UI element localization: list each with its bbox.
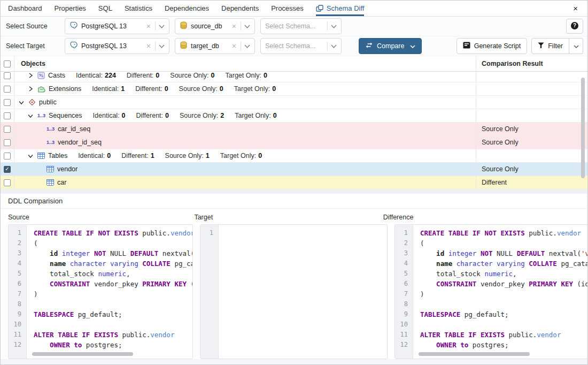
tab-schema-diff[interactable]: Schema Diff: [316, 1, 365, 16]
table-row[interactable]: 1..3SequencesIdentical:0Different:0Sourc…: [1, 109, 587, 123]
tab-label: Dependents: [221, 4, 259, 12]
chevron-down-icon[interactable]: [410, 42, 415, 50]
target-schema-select[interactable]: Select Schema...: [260, 38, 342, 54]
table-row[interactable]: 1..3vendor_id_seqSource Only: [1, 136, 587, 149]
ddl-panels: 123456789101112CREATE TABLE IF NOT EXIST…: [1, 224, 587, 359]
tab-bar: DashboardPropertiesSQLStatisticsDependen…: [1, 1, 587, 17]
clear-icon[interactable]: ×: [145, 42, 152, 50]
chevron-down-icon[interactable]: [27, 113, 34, 118]
source-server-value: PostgreSQL 13: [81, 22, 127, 30]
select-source-label: Select Source: [5, 22, 65, 30]
tab-statistics[interactable]: Statistics: [125, 1, 152, 16]
table-row[interactable]: ExtensionsIdentical:1Different:0Source O…: [1, 82, 587, 96]
comparison-result-column-header: Comparison Result: [476, 56, 578, 71]
row-label: Sequences: [49, 112, 82, 119]
tab-label: SQL: [98, 4, 112, 12]
svg-text:?: ?: [573, 22, 576, 28]
tab-label: Statistics: [125, 4, 152, 12]
clear-icon[interactable]: ×: [231, 42, 237, 50]
schema-diff-window: DashboardPropertiesSQLStatisticsDependen…: [0, 0, 588, 365]
tab-sql[interactable]: SQL: [98, 1, 112, 16]
tab-label: Dependencies: [165, 4, 209, 12]
table-row[interactable]: TablesIdentical:0Different:1Source Only:…: [1, 149, 587, 163]
comparison-result-cell: [476, 96, 578, 109]
row-checkbox[interactable]: [4, 126, 11, 133]
row-checkbox[interactable]: [4, 179, 11, 186]
sequence-icon: 1..3: [47, 126, 55, 132]
compare-button[interactable]: Compare: [359, 38, 422, 54]
chevron-right-icon[interactable]: [27, 86, 34, 92]
target-database-value: target_db: [191, 42, 219, 50]
row-checkbox[interactable]: [4, 86, 11, 93]
row-checkbox[interactable]: ✓: [4, 166, 11, 173]
chevron-right-icon[interactable]: [27, 73, 34, 78]
target-server-value: PostgreSQL 13: [81, 42, 127, 50]
ddl-comparison-title: DDL Comparision: [1, 194, 587, 209]
ddl-target-editor[interactable]: 1: [200, 224, 388, 359]
target-database-select[interactable]: target_db ×: [175, 38, 255, 54]
target-schema-placeholder: Select Schema...: [265, 42, 316, 50]
count-source-only: Source Only:0: [170, 72, 214, 79]
select-all-checkbox[interactable]: [4, 60, 11, 67]
clear-icon[interactable]: ×: [231, 22, 237, 30]
compare-icon: [365, 42, 373, 50]
table-row[interactable]: public: [1, 96, 587, 109]
count-target-only: Target Only:0: [234, 85, 276, 93]
chevron-down-icon[interactable]: [244, 44, 250, 48]
help-button[interactable]: ?: [566, 19, 583, 34]
generate-script-button[interactable]: Generate Script: [457, 38, 528, 54]
ddl-source-header: Source: [8, 214, 187, 221]
row-label: Extensions: [49, 85, 81, 93]
chevron-down-icon[interactable]: [244, 25, 250, 28]
database-icon: [180, 41, 188, 51]
row-label: car: [57, 179, 66, 186]
table-row[interactable]: carDifferent: [1, 176, 587, 189]
count-source-only: Source Only:2: [180, 112, 224, 119]
sql-code: [219, 225, 387, 359]
ddl-target-header: Target: [194, 214, 376, 221]
ddl-difference-header: Difference: [383, 214, 580, 221]
source-database-select[interactable]: source_db ×: [175, 18, 255, 34]
chevron-down-icon[interactable]: [331, 44, 337, 48]
row-checkbox[interactable]: [4, 139, 11, 146]
generate-script-icon: [463, 42, 470, 50]
ddl-source-editor[interactable]: 123456789101112CREATE TABLE IF NOT EXIST…: [8, 224, 193, 359]
tab-dashboard[interactable]: Dashboard: [8, 1, 42, 16]
horizontal-scrollbar[interactable]: [32, 352, 133, 356]
filter-button[interactable]: Filter: [531, 38, 569, 54]
vertical-scrollbar[interactable]: [581, 78, 585, 178]
row-checkbox[interactable]: [4, 72, 11, 79]
source-server-select[interactable]: PostgreSQL 13 ×: [65, 18, 169, 34]
tab-dependents[interactable]: Dependents: [221, 1, 259, 16]
row-checkbox[interactable]: [4, 99, 11, 106]
casts-icon: [37, 72, 45, 79]
chevron-down-icon[interactable]: [27, 154, 34, 158]
filter-dropdown-button[interactable]: [569, 38, 583, 54]
filter-icon: [538, 42, 544, 50]
row-label: vendor: [57, 165, 78, 173]
tab-processes[interactable]: Processes: [271, 1, 304, 16]
source-schema-select[interactable]: Select Schema...: [260, 18, 342, 34]
table-row[interactable]: CastsIdentical:224Different:0Source Only…: [1, 72, 587, 82]
objects-table-body: CastsIdentical:224Different:0Source Only…: [1, 72, 587, 189]
schema-icon: [28, 98, 36, 106]
chevron-down-icon[interactable]: [18, 100, 25, 105]
clear-icon[interactable]: ×: [145, 22, 152, 30]
table-row[interactable]: ✓vendorSource Only: [1, 163, 587, 176]
table-row[interactable]: 1..3car_id_seqSource Only: [1, 123, 587, 136]
target-server-select[interactable]: PostgreSQL 13 ×: [65, 38, 169, 54]
select-target-label: Select Target: [5, 42, 65, 50]
row-checkbox[interactable]: [4, 112, 11, 119]
tab-dependencies[interactable]: Dependencies: [165, 1, 209, 16]
sequence-icon: 1..3: [37, 113, 45, 118]
ddl-difference-editor[interactable]: 123456789101112CREATE TABLE IF NOT EXIST…: [394, 224, 588, 359]
row-checkbox[interactable]: [4, 153, 11, 159]
comparison-result-cell: Source Only: [476, 136, 578, 149]
chevron-down-icon[interactable]: [159, 25, 165, 28]
chevron-down-icon[interactable]: [159, 44, 165, 48]
chevron-down-icon[interactable]: [331, 25, 337, 28]
tab-properties[interactable]: Properties: [55, 1, 86, 16]
table-icon: [47, 166, 54, 172]
horizontal-scrollbar[interactable]: [419, 352, 530, 356]
close-icon[interactable]: ×: [571, 3, 580, 13]
